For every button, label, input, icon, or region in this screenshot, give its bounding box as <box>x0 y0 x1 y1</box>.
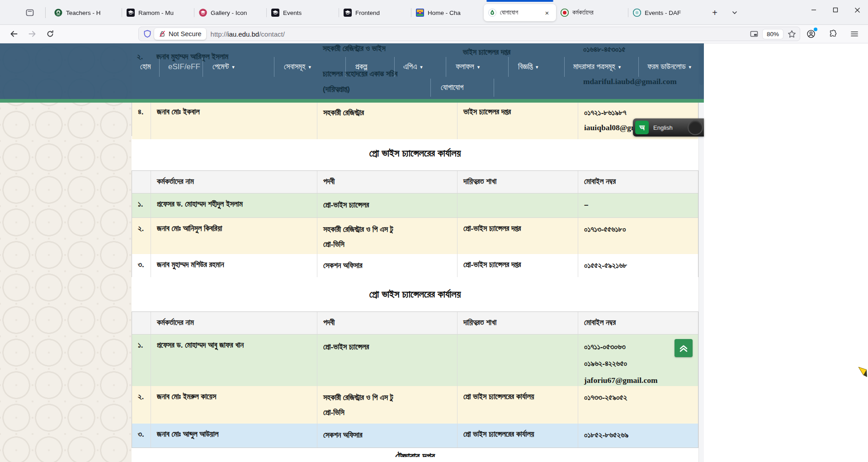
nav-item-7[interactable]: ফলাফল▾ <box>456 61 480 73</box>
tab-5[interactable]: Frontend <box>339 4 411 21</box>
header-cell: কর্মকর্তাদের নাম <box>151 171 317 193</box>
firefox-view-button[interactable] <box>21 5 39 20</box>
window-minimize-button[interactable] <box>803 0 825 20</box>
cap-dark-favicon-icon <box>127 9 135 17</box>
tracking-protection-shield-icon[interactable] <box>142 29 152 39</box>
reload-icon <box>46 30 54 38</box>
ghost-row-serial: ২. <box>137 52 143 61</box>
tab-7[interactable]: যোগাযোগ× <box>484 4 556 21</box>
url-path: /contact/ <box>259 30 285 38</box>
cell-branch <box>457 335 578 393</box>
cell-position: সহকারী রেজিস্ট্রার ও পি এস টুপ্রো-ভিসি <box>317 218 457 256</box>
tab-close-icon[interactable]: × <box>542 8 552 17</box>
tab-1[interactable]: Teachers - H <box>50 4 122 21</box>
cell-name: জনাব মোঃ ইমরুল কায়েস <box>151 386 317 424</box>
navigation-toolbar: Not Secure http://iau.edu.bd/contact/ 80… <box>0 25 868 43</box>
tab-4[interactable]: Events <box>267 4 339 21</box>
nav-item-1[interactable]: হোম <box>140 61 151 73</box>
zoom-level-badge[interactable]: 80% <box>763 29 783 39</box>
tab-list-button[interactable] <box>728 6 741 19</box>
picture-in-picture-icon[interactable] <box>750 30 758 38</box>
extensions-button[interactable] <box>826 27 840 41</box>
header-cell: দায়িত্বরত শাখা <box>457 171 578 193</box>
page-viewport: ৪. জনাব মোঃ ইকবাল সহকারী রেজিস্ট্রার ভাই… <box>0 43 868 462</box>
new-tab-button[interactable]: + <box>708 6 722 19</box>
chevron-down-icon: ▾ <box>618 65 621 70</box>
scroll-down-marker-icon <box>857 366 868 380</box>
phone-text: ০১৮৫২-৮৬৫২৬৯ <box>584 428 692 443</box>
menu-button[interactable] <box>847 27 862 41</box>
tab-6[interactable]: Home - Cha <box>411 4 484 21</box>
tab-label: কর্মকর্তাদের <box>572 9 624 16</box>
header-cell: কর্মকর্তাদের নাম <box>151 312 317 334</box>
cap-dark-favicon-icon <box>344 9 352 17</box>
cell-name: জনাব মোঃ আনিসুল কিবরিয়া <box>151 218 317 256</box>
language-widget-knob[interactable] <box>688 120 703 135</box>
section-title: প্রো ভাইস চ্যান্সেলরের কার্যালয় <box>132 136 698 170</box>
nav-item-6[interactable]: এপিএ▾ <box>403 61 423 73</box>
chevron-down-icon: ▾ <box>689 65 692 70</box>
office-section-1: প্রো ভাইস চ্যান্সেলরের কার্যালয়কর্মকর্ত… <box>132 136 698 277</box>
tab-8[interactable]: কর্মকর্তাদের <box>556 4 628 21</box>
account-button[interactable] <box>804 27 818 41</box>
double-chevron-up-icon <box>678 343 689 354</box>
table-row: ৩. জনাব মুহাম্মদ মশিউর রহমান সেকশন অফিসা… <box>132 254 698 277</box>
tab-3[interactable]: Gallery - Icon <box>194 4 267 21</box>
window-maximize-button[interactable] <box>825 0 846 20</box>
phone-text: – <box>584 198 692 212</box>
table-row: ২. জনাব মোঃ আনিসুল কিবরিয়া সহকারী রেজিস… <box>132 218 698 254</box>
language-icon: অ <box>635 121 649 134</box>
scroll-to-top-button[interactable] <box>675 339 693 357</box>
cell-branch <box>457 193 578 217</box>
phone-text: ০১৭৩৩-২৫৯০৫২ <box>584 390 692 405</box>
ghost-row-phone: ০১৬৪৮-৪৫৩০১৫ <box>583 45 625 54</box>
security-chip[interactable]: Not Secure <box>154 28 206 40</box>
nav-item-label: ফরম ডাউনলোড <box>647 62 686 71</box>
bottom-partial-section: ট্রেজারার দপ্তর <box>132 448 698 457</box>
language-widget[interactable]: অ English <box>633 118 704 137</box>
browser-window: Teachers - HRamom - MuGallery - IconEven… <box>0 0 868 462</box>
url-host: iau.edu.bd <box>227 30 259 38</box>
tab-label: Teachers - H <box>66 9 118 16</box>
chevron-down-icon: ▾ <box>232 65 235 70</box>
nav-separator <box>638 57 639 77</box>
nav-item-2[interactable]: eSIF/eFF <box>168 61 200 73</box>
cell-name: জনাব মুহাম্মদ মশিউর রহমান <box>151 254 317 277</box>
nav-item-10[interactable]: ফরম ডাউনলোড▾ <box>647 61 691 73</box>
tab-2[interactable]: Ramom - Mu <box>122 4 194 21</box>
contact-table: কর্মকর্তাদের নামপদবীদায়িত্বরত শাখামোবাই… <box>132 311 698 448</box>
address-bar[interactable]: Not Secure http://iau.edu.bd/contact/ 80… <box>138 27 800 41</box>
nav-separator <box>274 57 274 77</box>
ghost-row-email: mdariful.iaubd@gmail.com <box>583 77 677 86</box>
tab-9[interactable]: Events - DAF <box>628 4 701 21</box>
forward-button[interactable] <box>24 27 40 41</box>
table-row: ১. প্রফেসর ড. মোহাম্মদ শহীদুল ইসলাম প্রো… <box>132 193 698 218</box>
nav-item-9[interactable]: মাদরাসার পত্রসমূহ▾ <box>573 61 621 73</box>
nav-item-4[interactable]: সেবাসমূহ▾ <box>284 61 311 73</box>
nav-item-label: ফলাফল <box>456 62 474 71</box>
back-button[interactable] <box>6 27 22 41</box>
nav-item-3[interactable]: পেমেন্ট▾ <box>212 61 235 73</box>
nav-item-5[interactable]: প্রকল্প <box>355 61 367 73</box>
nav-item-contact[interactable]: যোগাযোগ <box>441 81 463 94</box>
table-row: ১. প্রফেসর ড. মোহাম্মদ আবু জাফর খান প্রো… <box>132 335 698 386</box>
nav-item-8[interactable]: বিজ্ঞপ্তি▾ <box>518 61 538 73</box>
window-close-button[interactable] <box>846 0 868 20</box>
ghost-row-branch: ভাইস চ্যান্সেলর দপ্তর <box>463 48 510 57</box>
header-cell: পদবী <box>317 171 457 193</box>
nav-item-label: সেবাসমূহ <box>284 62 306 71</box>
hamburger-icon <box>850 30 859 38</box>
cell-name: প্রফেসর ড. মোহাম্মদ আবু জাফর খান <box>151 335 317 393</box>
office-section-2: প্রো ভাইস চ্যান্সেলরের কার্যালয়কর্মকর্ত… <box>132 277 698 448</box>
cell-serial: ২. <box>132 218 151 256</box>
page-background-pattern-left <box>0 43 132 462</box>
page-scrollbar-track[interactable] <box>698 43 704 462</box>
header-cell: মোবাইল নম্বর <box>578 171 698 193</box>
url-text: http://iau.edu.bd/contact/ <box>211 30 750 38</box>
ghost-row-position-line3: (দায়িত্বপ্রাপ্ত) <box>323 85 350 94</box>
cell-serial: ৪. <box>132 103 151 139</box>
url-scheme: http:// <box>211 30 228 38</box>
reload-button[interactable] <box>42 27 58 41</box>
bookmark-star-icon[interactable] <box>788 30 796 38</box>
bottom-section-title: ট্রেজারার দপ্তর <box>132 448 698 457</box>
